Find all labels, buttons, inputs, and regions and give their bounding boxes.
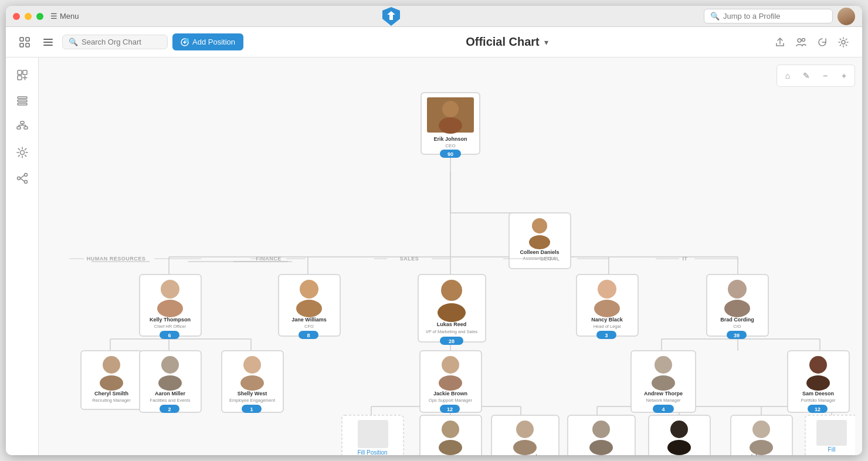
node-jane[interactable]: Jane Williams CFO 8 [279,274,340,339]
svg-point-139 [243,356,261,374]
search-org-chart[interactable]: 🔍 [62,35,168,49]
add-position-button[interactable]: Add Position [172,33,243,50]
node-jackie[interactable]: Jackie Brown Ops Support Manager 12 [420,351,482,413]
svg-point-161 [806,375,830,391]
title-bar: ☰Menu 🔍 [6,6,862,27]
svg-point-147 [439,375,462,391]
org-view-button[interactable] [15,33,34,52]
svg-text:Head of Legal: Head of Legal [594,324,621,329]
node-aaron[interactable]: Aaron Miller Facilities and Events 2 [140,351,201,413]
svg-point-121 [724,300,750,317]
zoom-out-control[interactable]: − [817,67,833,84]
close-button[interactable] [13,13,20,20]
sidebar-settings[interactable] [12,142,33,163]
node-ceo[interactable]: ● Erik Johnson CEO 90 [421,93,480,158]
svg-text:12: 12 [447,406,453,412]
svg-point-100 [296,300,322,317]
list-view-icon [43,37,53,48]
node-kelly[interactable]: Kelly Thompson Chief HR Officer 6 [140,274,201,339]
svg-point-22 [17,177,20,180]
sidebar-add[interactable] [12,65,33,86]
node-nancy[interactable]: Nancy Black Head of Legal 3 [577,274,638,339]
svg-text:HUMAN RESOURCES: HUMAN RESOURCES [87,256,146,262]
svg-point-193 [752,421,770,438]
zoom-in-control[interactable]: + [836,67,852,84]
svg-point-113 [598,280,616,299]
node-sam[interactable]: Sam Deeson Portfolio Manager 12 [788,351,849,413]
svg-point-179 [513,440,537,455]
chart-area[interactable]: ⌂ ✎ − + [39,57,862,455]
node-lukas[interactable]: Lukas Reed VP of Marketing and Sales 28 [418,274,486,345]
list-view-button[interactable] [39,33,57,52]
toolbar-left: 🔍 Add Position [15,33,243,52]
minimize-button[interactable] [25,13,32,20]
svg-point-92 [161,280,179,299]
svg-rect-3 [26,43,29,47]
svg-text:Kelly Thompson: Kelly Thompson [150,317,191,323]
sidebar-list[interactable] [12,90,33,111]
node-brad[interactable]: Brad Cording CIO 39 [707,274,768,339]
svg-text:Facilities and Events: Facilities and Events [150,398,191,403]
maximize-button[interactable] [36,13,43,20]
svg-rect-5 [43,42,53,43]
history-button[interactable] [813,33,832,52]
svg-point-8 [185,38,189,42]
node-drew[interactable]: Drew Benson Help Desk Supervisor 9 [420,415,482,455]
svg-text:Dani Trent: Dani Trent [666,454,692,455]
svg-rect-14 [18,76,22,80]
svg-text:Jackie Brown: Jackie Brown [433,391,467,396]
main-area: ⌂ ✎ − + [6,57,862,455]
edit-control[interactable]: ✎ [798,67,815,84]
node-nick[interactable]: Nick Jones Telecom Specialist [731,415,792,455]
svg-text:IT: IT [683,256,688,262]
share-button[interactable] [771,33,789,52]
home-control[interactable]: ⌂ [779,67,796,84]
svg-text:28: 28 [449,338,455,344]
node-dani[interactable]: Dani Trent Systems Engineer [649,415,710,455]
svg-rect-167 [358,420,388,448]
node-andrew[interactable]: Andrew Thorpe Network Manager 4 [631,351,696,413]
toolbar-right [771,33,853,52]
svg-text:4: 4 [662,406,664,412]
node-colleen[interactable]: Colleen Daniels Assistant to CEO [509,213,571,269]
user-avatar[interactable] [838,8,855,25]
svg-point-146 [442,356,459,374]
toolbar: 🔍 Add Position Official Chart ▾ [6,27,862,57]
node-ben[interactable]: Ben Reed Technical Support Analyst [491,415,559,455]
people-button[interactable] [792,33,811,52]
jump-to-profile-input[interactable] [723,12,817,21]
svg-point-72 [532,218,547,233]
svg-text:Fill: Fill [828,446,836,453]
svg-rect-6 [43,45,53,46]
chart-title-dropdown[interactable]: ▾ [544,38,548,47]
svg-point-133 [158,375,182,391]
svg-point-65 [442,101,459,117]
svg-text:Bill Marsh: Bill Marsh [588,455,613,455]
node-fill1[interactable]: Fill Position Help Desk Supervisor [342,415,404,455]
sidebar-org[interactable] [12,116,33,137]
svg-text:SALES: SALES [400,256,419,262]
jump-to-profile-search[interactable]: 🔍 [704,9,833,23]
node-bill[interactable]: Bill Marsh Senior WAN/LAN engineer [568,415,635,455]
svg-text:Nancy Black: Nancy Black [591,317,623,323]
svg-rect-17 [18,103,27,105]
node-shelly[interactable]: Shelly West Employee Engagement 1 [222,351,283,413]
search-org-icon: 🔍 [69,38,78,46]
svg-text:Brad Cording: Brad Cording [720,317,754,323]
svg-point-127 [103,356,120,374]
search-org-input[interactable] [82,38,158,46]
svg-rect-1 [26,38,29,41]
svg-text:Andrew Thorpe: Andrew Thorpe [644,391,683,396]
svg-text:Erik Johnson: Erik Johnson [433,136,467,142]
sidebar-integrations[interactable] [12,168,33,189]
svg-rect-4 [43,39,53,40]
menu-label[interactable]: ☰Menu [50,12,79,21]
sidebar [6,57,39,455]
settings-button[interactable] [834,33,853,52]
node-cheryl[interactable]: Cheryl Smilth Recruiting Manager [81,351,143,409]
svg-point-99 [300,280,318,299]
svg-text:VP of Marketing and Sales: VP of Marketing and Sales [426,329,478,334]
svg-point-9 [798,39,801,42]
node-fill2[interactable]: Fill Syste... [805,415,855,455]
search-icon: 🔍 [710,12,720,21]
